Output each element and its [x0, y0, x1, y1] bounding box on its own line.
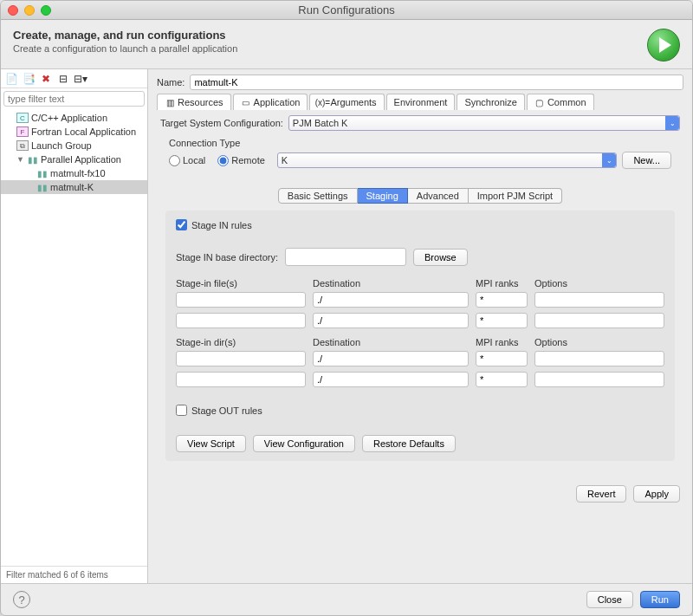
stage-in-base-label: Stage IN base directory:	[176, 252, 278, 263]
close-button[interactable]: Close	[586, 591, 633, 608]
col-options: Options	[534, 278, 664, 289]
window-title: Run Configurations	[1, 3, 692, 16]
radio-local[interactable]: Local	[169, 155, 205, 166]
footer: ? Close Run	[1, 583, 692, 615]
titlebar: Run Configurations	[1, 1, 692, 20]
radio-remote[interactable]: Remote	[217, 155, 265, 166]
new-config-icon[interactable]: 📄	[4, 72, 18, 86]
stage-in-file-input[interactable]	[176, 292, 306, 308]
options-input[interactable]	[534, 313, 664, 328]
stage-in-checkbox[interactable]: Stage IN rules	[176, 219, 252, 230]
expand-all-icon[interactable]: ⊟	[56, 72, 70, 86]
col-stage-in-dirs: Stage-in dir(s)	[176, 337, 306, 347]
help-icon[interactable]: ?	[13, 591, 30, 608]
tree-item-matmult-fx10[interactable]: ▮▮matmult-fx10	[1, 166, 147, 180]
name-input[interactable]	[190, 75, 683, 90]
apply-button[interactable]: Apply	[633, 485, 680, 503]
mpi-ranks-input[interactable]	[476, 351, 528, 366]
restore-defaults-button[interactable]: Restore Defaults	[362, 435, 456, 452]
stage-out-checkbox[interactable]: Stage OUT rules	[176, 405, 262, 416]
options-input[interactable]	[534, 292, 664, 308]
filter-input[interactable]	[3, 91, 145, 107]
col-destination: Destination	[313, 337, 469, 347]
remote-connection-select[interactable]: K⌄	[277, 152, 618, 168]
delete-config-icon[interactable]: ✖	[39, 72, 53, 86]
tree-item-fortran-app[interactable]: FFortran Local Application	[1, 125, 147, 139]
sidebar-toolbar: 📄 📑 ✖ ⊟ ⊟▾	[1, 69, 147, 88]
mpi-ranks-input[interactable]	[476, 292, 528, 308]
stage-in-base-input[interactable]	[285, 248, 406, 266]
col-options: Options	[534, 337, 664, 347]
group-badge-icon: ⧉	[16, 140, 29, 151]
tree-item-matmult-k[interactable]: ▮▮matmult-K	[1, 180, 147, 194]
f-badge-icon: F	[16, 126, 29, 137]
arguments-icon: (x)=	[317, 97, 327, 107]
tree-item-parallel-app[interactable]: ▼▮▮Parallel Application	[1, 152, 147, 166]
tab-arguments[interactable]: (x)=Arguments	[309, 94, 384, 110]
col-stage-in-files: Stage-in file(s)	[176, 278, 306, 289]
action-bar: Revert Apply	[148, 480, 692, 508]
mpi-ranks-input[interactable]	[476, 313, 528, 328]
tab-environment[interactable]: Environment	[386, 94, 456, 110]
main-tabs: ▥Resources ▭Application (x)=Arguments En…	[148, 94, 692, 110]
new-connection-button[interactable]: New...	[622, 152, 671, 169]
parallel-icon: ▮▮	[37, 183, 48, 192]
name-label: Name:	[157, 77, 185, 88]
connection-type-group: Connection Type Local Remote K⌄ New...	[160, 134, 680, 179]
options-input[interactable]	[534, 351, 664, 366]
connection-type-legend: Connection Type	[169, 138, 671, 148]
header-subtitle: Create a configuration to launch a paral…	[13, 43, 237, 54]
stage-in-dir-input[interactable]	[176, 372, 306, 387]
staging-form: Stage IN rules Stage IN base directory: …	[165, 211, 675, 461]
common-icon: ▢	[534, 97, 545, 107]
run-icon[interactable]	[647, 29, 680, 62]
tab-resources[interactable]: ▥Resources	[157, 94, 231, 110]
browse-button[interactable]: Browse	[413, 249, 468, 266]
dropdown-icon: ⌄	[602, 153, 616, 167]
run-button[interactable]: Run	[640, 591, 680, 608]
tab-common[interactable]: ▢Common	[527, 94, 594, 110]
duplicate-config-icon[interactable]: 📑	[22, 72, 36, 86]
stage-in-dir-row	[176, 372, 664, 387]
col-destination: Destination	[313, 278, 469, 289]
collapse-all-icon[interactable]: ⊟▾	[74, 72, 87, 86]
mpi-ranks-input[interactable]	[476, 372, 528, 387]
col-mpi-ranks: MPI ranks	[476, 337, 528, 347]
header-title: Create, manage, and run configurations	[13, 29, 237, 42]
config-tree: CC/C++ Application FFortran Local Applic…	[1, 109, 147, 566]
revert-button[interactable]: Revert	[576, 485, 626, 503]
view-script-button[interactable]: View Script	[176, 435, 246, 452]
subtab-advanced[interactable]: Advanced	[408, 188, 469, 204]
tree-item-c-app[interactable]: CC/C++ Application	[1, 111, 147, 125]
target-label: Target System Configuration:	[160, 118, 283, 128]
filter-status: Filter matched 6 of 6 items	[1, 566, 147, 583]
run-configurations-window: Run Configurations Create, manage, and r…	[0, 0, 693, 616]
dialog-body: 📄 📑 ✖ ⊟ ⊟▾ CC/C++ Application FFortran L…	[1, 69, 692, 583]
stage-in-dir-row	[176, 351, 664, 366]
col-mpi-ranks: MPI ranks	[476, 278, 528, 289]
tab-application[interactable]: ▭Application	[233, 94, 308, 110]
subtab-staging[interactable]: Staging	[358, 188, 408, 204]
resources-panel: Target System Configuration: PJM Batch K…	[157, 110, 683, 475]
destination-input[interactable]	[313, 351, 469, 366]
main-panel: Name: ▥Resources ▭Application (x)=Argume…	[148, 69, 692, 583]
destination-input[interactable]	[313, 372, 469, 387]
parallel-icon: ▮▮	[37, 169, 48, 178]
parallel-icon: ▮▮	[28, 155, 38, 165]
target-system-select[interactable]: PJM Batch K⌄	[288, 115, 680, 131]
options-input[interactable]	[534, 372, 664, 387]
subtabs: Basic Settings Staging Advanced Import P…	[160, 188, 680, 204]
disclosure-open-icon[interactable]: ▼	[16, 155, 23, 164]
tree-item-launch-group[interactable]: ⧉Launch Group	[1, 139, 147, 152]
destination-input[interactable]	[313, 313, 469, 328]
subtab-import-pjm[interactable]: Import PJM Script	[469, 188, 562, 204]
destination-input[interactable]	[313, 292, 469, 308]
view-configuration-button[interactable]: View Configuration	[253, 435, 355, 452]
stage-in-file-row	[176, 313, 664, 328]
subtab-basic-settings[interactable]: Basic Settings	[278, 188, 358, 204]
stage-in-file-input[interactable]	[176, 313, 306, 328]
tab-synchronize[interactable]: Synchronize	[457, 94, 525, 110]
sidebar: 📄 📑 ✖ ⊟ ⊟▾ CC/C++ Application FFortran L…	[1, 69, 148, 583]
stage-in-dir-input[interactable]	[176, 351, 306, 366]
dropdown-icon: ⌄	[665, 116, 679, 130]
